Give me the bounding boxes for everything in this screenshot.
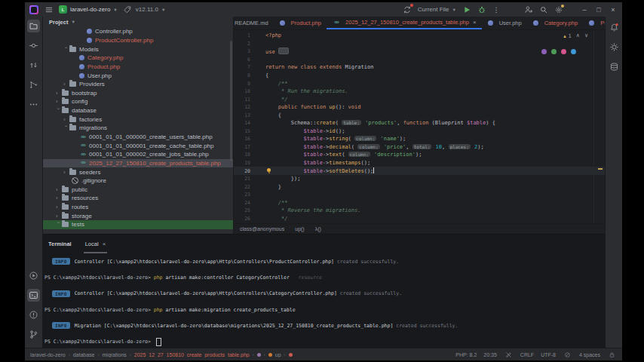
tree-item[interactable]: ProductController.php [43, 36, 233, 45]
plugin-icon[interactable] [551, 49, 557, 54]
project-scrollbar[interactable] [230, 41, 232, 161]
plugin-icon[interactable] [571, 49, 576, 54]
status-indent[interactable]: 4 spaces [579, 352, 600, 357]
tree-item[interactable]: ›bootstrap [43, 88, 233, 97]
readonly-pencil-icon[interactable] [504, 350, 514, 360]
tree-item[interactable]: ›Providers [43, 80, 233, 89]
terminal-title[interactable]: Terminal [48, 241, 72, 247]
tab-close-icon[interactable]: × [473, 19, 477, 26]
chevron-collapsed-icon[interactable]: › [56, 213, 61, 219]
tree-item[interactable]: ›public [43, 186, 233, 195]
tree-item[interactable]: ›storage [43, 211, 233, 220]
tree-item[interactable]: Product.php [43, 63, 233, 72]
project-tree[interactable]: Controller.phpProductController.php›Mode… [43, 27, 233, 229]
status-path-segment[interactable]: migrations [103, 352, 127, 357]
tree-item[interactable]: Controller.php [43, 27, 233, 36]
tree-item[interactable]: ›seeders [43, 167, 233, 176]
next-problem-icon[interactable]: ∨ [584, 32, 588, 38]
warning-stripe-mark[interactable] [598, 168, 603, 170]
plugin-icon[interactable] [541, 49, 547, 54]
breadcrumb[interactable]: class@anonymous [240, 226, 284, 232]
tree-item[interactable]: 0001_01_01_000001_create_cache_table.php [43, 141, 233, 150]
plugin-icon[interactable] [561, 49, 566, 54]
editor-tab[interactable]: 2025_12_27_150810_create_products_table.… [327, 17, 482, 29]
code-with-me-icon[interactable] [523, 5, 533, 14]
chevron-collapsed-icon[interactable]: › [63, 170, 69, 175]
chevron-collapsed-icon[interactable]: › [56, 204, 61, 210]
notifications-icon[interactable] [608, 21, 621, 34]
status-path-segment[interactable]: 2025_12_27_150810_create_products_table.… [134, 352, 250, 357]
debug-button[interactable] [477, 5, 486, 14]
search-icon[interactable] [538, 5, 548, 14]
commit-icon[interactable] [27, 39, 40, 52]
project-panel-header[interactable]: Project ▼ [43, 17, 233, 27]
status-encoding[interactable]: UTF-8 [541, 352, 556, 357]
lock-icon[interactable] [607, 350, 617, 360]
chevron-collapsed-icon[interactable]: › [56, 187, 61, 192]
editor-tab[interactable]: Pr [583, 17, 605, 29]
ai-assistant-icon[interactable] [608, 41, 621, 54]
status-caret-position[interactable]: 20:35 [483, 352, 497, 357]
run-config-selector[interactable]: Current File ▼ [418, 6, 456, 13]
status-method-name[interactable]: up [275, 352, 281, 357]
problems-icon[interactable] [27, 308, 40, 321]
close-icon[interactable]: × [103, 241, 106, 247]
breadcrumb[interactable]: λ() [315, 226, 321, 232]
tree-item[interactable]: .gitignore [43, 176, 233, 186]
terminal-tab-local[interactable]: Local × [84, 235, 108, 253]
chevron-collapsed-icon[interactable]: › [56, 99, 61, 104]
chevron-collapsed-icon[interactable]: › [63, 117, 69, 122]
tree-item[interactable]: ›tests [43, 220, 233, 229]
settings-gear-icon[interactable] [554, 5, 563, 14]
status-breadcrumbs[interactable]: laravel-do-zero›database›migrations›2025… [30, 352, 455, 357]
tree-item[interactable]: ›config [43, 97, 233, 106]
tree-item[interactable]: 2025_12_27_150810_create_products_table.… [43, 159, 233, 168]
chevron-expanded-icon[interactable]: › [63, 47, 69, 52]
more-icon[interactable] [27, 98, 40, 111]
tree-item[interactable]: 0001_01_01_000002_create_jobs_table.php [43, 150, 233, 159]
inspections-widget[interactable]: ▲ 1 ∧ ∨ [563, 32, 588, 38]
tree-item[interactable]: ›routes [43, 203, 233, 212]
tree-item[interactable]: ›database [43, 106, 233, 115]
more-actions-icon[interactable]: ⋮ [492, 6, 501, 14]
sync-icon[interactable] [403, 5, 412, 14]
project-selector[interactable]: L laravel-do-zero ▼ [59, 5, 118, 14]
terminal-output[interactable]: INFOController [C:\xampp2\htdocs\laravel… [43, 253, 605, 348]
tree-item[interactable]: ›Models [43, 44, 233, 54]
chevron-expanded-icon[interactable]: › [56, 108, 61, 113]
version-selector[interactable]: v12.11.0 ▼ [123, 5, 166, 14]
editor-tab[interactable]: User.php [482, 17, 527, 29]
tree-item[interactable]: ›factories [43, 115, 233, 124]
main-menu-icon[interactable] [44, 5, 54, 14]
code-area[interactable]: 1<?php23use67return new class extends Mi… [234, 30, 605, 222]
run-button[interactable] [462, 5, 471, 14]
editor-tab[interactable]: Product.php [274, 17, 327, 29]
breadcrumb[interactable]: up() [295, 226, 304, 232]
tree-item[interactable]: ›migrations [43, 124, 233, 133]
chevron-collapsed-icon[interactable]: › [56, 90, 61, 96]
chevron-collapsed-icon[interactable]: › [63, 81, 69, 87]
terminal-icon[interactable] [27, 289, 40, 302]
tree-item[interactable]: ›resources [43, 194, 233, 203]
tree-item[interactable]: Category.php [43, 54, 233, 63]
editor-tab[interactable]: Category.php [527, 17, 583, 29]
chevron-collapsed-icon[interactable]: › [56, 195, 61, 201]
status-php-version[interactable]: PHP: 8.2 [455, 352, 477, 357]
tree-item[interactable]: User.php [43, 71, 233, 80]
maximize-button[interactable]: □ [594, 6, 603, 14]
run-icon[interactable] [27, 269, 40, 282]
git-icon[interactable] [27, 328, 40, 341]
editor-tab[interactable]: README.md [234, 17, 274, 29]
highlight-level-icon[interactable] [563, 350, 572, 360]
database-icon[interactable] [608, 60, 621, 73]
pull-requests-icon[interactable] [27, 59, 40, 72]
project-icon[interactable] [27, 20, 40, 32]
prev-problem-icon[interactable]: ∧ [576, 32, 580, 38]
status-path-segment[interactable]: database [73, 352, 95, 357]
status-path-segment[interactable]: laravel-do-zero [30, 352, 66, 357]
tree-item[interactable]: 0001_01_01_000000_create_users_table.php [43, 133, 233, 142]
status-line-separator[interactable]: CRLF [520, 352, 534, 357]
structure-icon[interactable] [27, 78, 40, 91]
close-button[interactable]: × [609, 6, 618, 14]
chevron-expanded-icon[interactable]: › [63, 125, 69, 130]
